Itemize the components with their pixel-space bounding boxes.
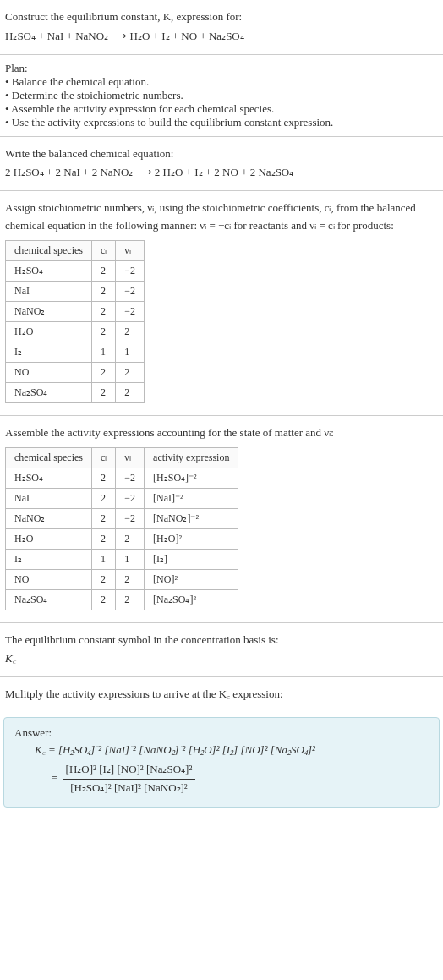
- table-row: NaNO₂2−2: [6, 301, 145, 321]
- table-row: Na₂SO₄22[Na₂SO₄]²: [6, 589, 238, 610]
- cell: 1: [116, 549, 145, 569]
- cell: NaNO₂: [6, 508, 92, 528]
- cell: −2: [116, 488, 145, 508]
- col-ci: cᵢ: [91, 240, 115, 260]
- answer-eq-line-1: K꜀ = [H₂SO₄]⁻² [NaI]⁻² [NaNO₂]⁻² [H₂O]² …: [14, 742, 429, 759]
- col-vi: νᵢ: [116, 447, 145, 468]
- col-activity: activity expression: [145, 447, 238, 468]
- plan-section: Plan: • Balance the chemical equation. •…: [0, 55, 443, 137]
- cell: 2: [91, 569, 115, 589]
- cell: H₂O: [6, 321, 92, 342]
- stoich-intro: Assign stoichiometric numbers, νᵢ, using…: [5, 200, 438, 235]
- cell: I₂: [6, 549, 92, 569]
- cell: 1: [91, 342, 115, 362]
- cell: 2: [116, 528, 145, 549]
- cell: −2: [116, 508, 145, 528]
- answer-heading: Answer:: [14, 726, 429, 740]
- table-row: NO22[NO]²: [6, 569, 238, 589]
- plan-heading: Plan:: [5, 62, 438, 75]
- table-row: H₂O22: [6, 321, 145, 342]
- cell: 2: [116, 569, 145, 589]
- table-row: Na₂SO₄22: [6, 382, 145, 402]
- col-vi: νᵢ: [116, 240, 145, 260]
- cell: [Na₂SO₄]²: [145, 589, 238, 610]
- cell: 2: [91, 362, 115, 382]
- table-row: H₂O22[H₂O]²: [6, 528, 238, 549]
- plan-bullet-3: • Assemble the activity expression for e…: [5, 102, 438, 116]
- cell: 2: [91, 321, 115, 342]
- col-ci: cᵢ: [91, 447, 115, 468]
- multiply-section: Mulitply the activity expressions to arr…: [0, 677, 443, 712]
- equals-sign: =: [52, 771, 57, 784]
- cell: 1: [116, 342, 145, 362]
- prompt-section: Construct the equilibrium constant, K, e…: [0, 0, 443, 55]
- table-row: NO22: [6, 362, 145, 382]
- table-row: NaI2−2: [6, 281, 145, 301]
- stoich-section: Assign stoichiometric numbers, νᵢ, using…: [0, 191, 443, 416]
- cell: −2: [116, 281, 145, 301]
- cell: H₂SO₄: [6, 260, 92, 281]
- prompt-equation: H₂SO₄ + NaI + NaNO₂ ⟶ H₂O + I₂ + NO + Na…: [5, 28, 438, 46]
- cell: H₂O: [6, 528, 92, 549]
- balanced-section: Write the balanced chemical equation: 2 …: [0, 137, 443, 192]
- cell: [H₂SO₄]⁻²: [145, 468, 238, 488]
- activity-table: chemical species cᵢ νᵢ activity expressi…: [5, 447, 238, 610]
- table-row: H₂SO₄2−2: [6, 260, 145, 281]
- cell: I₂: [6, 342, 92, 362]
- cell: Na₂SO₄: [6, 589, 92, 610]
- kc-symbol-line-1: The equilibrium constant symbol in the c…: [5, 632, 438, 649]
- col-species: chemical species: [6, 447, 92, 468]
- cell: 2: [91, 589, 115, 610]
- cell: 2: [91, 260, 115, 281]
- cell: [NaI]⁻²: [145, 488, 238, 508]
- cell: 2: [116, 589, 145, 610]
- col-species: chemical species: [6, 240, 92, 260]
- table-row: H₂SO₄2−2[H₂SO₄]⁻²: [6, 468, 238, 488]
- answer-numerator: [H₂O]² [I₂] [NO]² [Na₂SO₄]²: [63, 761, 196, 780]
- cell: 2: [116, 321, 145, 342]
- stoich-table: chemical species cᵢ νᵢ H₂SO₄2−2 NaI2−2 N…: [5, 240, 145, 403]
- cell: 2: [91, 281, 115, 301]
- cell: −2: [116, 468, 145, 488]
- cell: NO: [6, 569, 92, 589]
- cell: 2: [91, 468, 115, 488]
- plan-bullet-4: • Use the activity expressions to build …: [5, 116, 438, 129]
- cell: NaNO₂: [6, 301, 92, 321]
- plan-bullet-2: • Determine the stoichiometric numbers.: [5, 89, 438, 102]
- table-row: I₂11[I₂]: [6, 549, 238, 569]
- cell: 2: [91, 528, 115, 549]
- table-header-row: chemical species cᵢ νᵢ: [6, 240, 145, 260]
- cell: 2: [91, 382, 115, 402]
- prompt-line-1: Construct the equilibrium constant, K, e…: [5, 8, 438, 26]
- cell: 2: [91, 488, 115, 508]
- activity-intro: Assemble the activity expressions accoun…: [5, 424, 438, 442]
- cell: [NaNO₂]⁻²: [145, 508, 238, 528]
- cell: 2: [91, 301, 115, 321]
- cell: −2: [116, 260, 145, 281]
- cell: [NO]²: [145, 569, 238, 589]
- table-row: NaI2−2[NaI]⁻²: [6, 488, 238, 508]
- cell: NaI: [6, 488, 92, 508]
- answer-eq-line-2: = [H₂O]² [I₂] [NO]² [Na₂SO₄]² [H₂SO₄]² […: [14, 761, 429, 797]
- cell: 2: [116, 382, 145, 402]
- activity-section: Assemble the activity expressions accoun…: [0, 416, 443, 623]
- cell: [H₂O]²: [145, 528, 238, 549]
- balanced-equation: 2 H₂SO₄ + 2 NaI + 2 NaNO₂ ⟶ 2 H₂O + I₂ +…: [5, 164, 438, 182]
- kc-symbol: K꜀: [5, 650, 438, 668]
- table-row: I₂11: [6, 342, 145, 362]
- cell: −2: [116, 301, 145, 321]
- cell: [I₂]: [145, 549, 238, 569]
- table-header-row: chemical species cᵢ νᵢ activity expressi…: [6, 447, 238, 468]
- answer-fraction: [H₂O]² [I₂] [NO]² [Na₂SO₄]² [H₂SO₄]² [Na…: [63, 761, 196, 797]
- cell: NO: [6, 362, 92, 382]
- answer-denominator: [H₂SO₄]² [NaI]² [NaNO₂]²: [63, 780, 196, 797]
- kc-symbol-section: The equilibrium constant symbol in the c…: [0, 623, 443, 678]
- balanced-line-1: Write the balanced chemical equation:: [5, 145, 438, 163]
- answer-box: Answer: K꜀ = [H₂SO₄]⁻² [NaI]⁻² [NaNO₂]⁻²…: [3, 717, 440, 808]
- multiply-line: Mulitply the activity expressions to arr…: [5, 686, 438, 704]
- plan-bullet-1: • Balance the chemical equation.: [5, 75, 438, 89]
- cell: 1: [91, 549, 115, 569]
- cell: NaI: [6, 281, 92, 301]
- cell: 2: [91, 508, 115, 528]
- table-row: NaNO₂2−2[NaNO₂]⁻²: [6, 508, 238, 528]
